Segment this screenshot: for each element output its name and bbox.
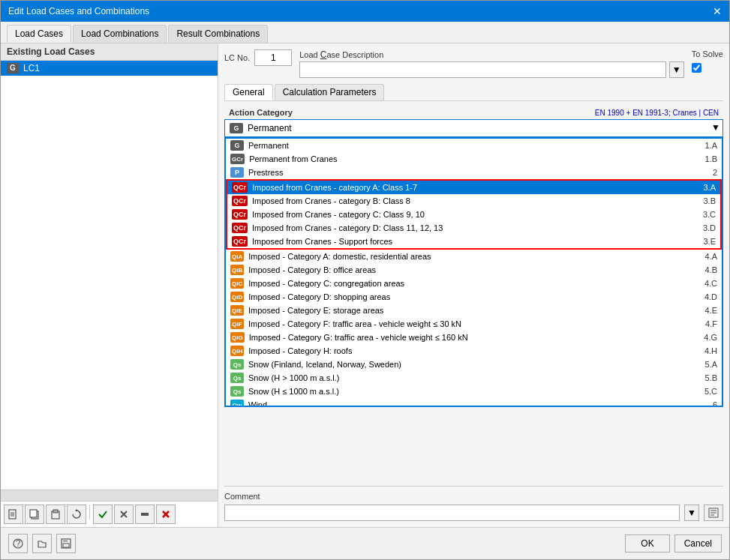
badge-qw: Qw xyxy=(230,400,244,407)
lc-no-label: LC No. xyxy=(224,53,250,62)
badge-gcr: GCr xyxy=(230,154,245,164)
drop-num: 4.B xyxy=(695,265,717,274)
window-title: Edit Load Cases and Combinations xyxy=(8,6,149,16)
drop-text: Imposed - Category B: office areas xyxy=(248,265,690,274)
tosolve-section: To Solve xyxy=(692,49,723,73)
badge-qs-a: Qs xyxy=(230,359,244,370)
comment-input[interactable] xyxy=(224,505,680,521)
drop-item-qi-b[interactable]: QiB Imposed - Category B: office areas 4… xyxy=(226,263,722,277)
tab-calculation-params[interactable]: Calculation Parameters xyxy=(275,84,385,100)
uncheck2-button[interactable] xyxy=(135,505,155,524)
drop-item-snow-b[interactable]: Qs Snow (H > 1000 m a.s.l.) 5.B xyxy=(226,371,722,385)
drop-text: Imposed - Category H: roofs xyxy=(248,346,690,355)
badge-qi-a: QiA xyxy=(230,251,244,262)
drop-text: Snow (H > 1000 m a.s.l.) xyxy=(248,373,690,382)
comment-dropdown-btn[interactable]: ▼ xyxy=(684,505,699,521)
drop-num: 4.H xyxy=(695,346,717,355)
badge-qi-f: QiF xyxy=(230,319,244,329)
drop-item-wind[interactable]: Qw Wind 6 xyxy=(226,398,722,407)
drop-num: 3.A xyxy=(693,183,716,192)
drop-item-qcr-b[interactable]: QCr Imposed from Cranes - category B: Cl… xyxy=(227,194,720,208)
drop-item-qi-e[interactable]: QiE Imposed - Category E: storage areas … xyxy=(226,304,722,317)
drop-num: 1.A xyxy=(695,141,717,150)
drop-item-permanent-cranes[interactable]: GCr Permanent from Cranes 1.B xyxy=(226,152,722,166)
bottom-left-buttons: ? xyxy=(8,534,76,553)
tab-result-combinations[interactable]: Result Combinations xyxy=(168,25,268,43)
tab-load-cases[interactable]: Load Cases xyxy=(7,25,71,43)
open-button[interactable] xyxy=(32,534,52,553)
drop-item-qcr-d[interactable]: QCr Imposed from Cranes - category D: Cl… xyxy=(227,221,720,235)
drop-num: 5.B xyxy=(695,373,717,382)
load-case-list: G LC1 xyxy=(1,61,218,490)
drop-text: Permanent from Cranes xyxy=(249,154,690,163)
dropdown-main-display[interactable]: G Permanent ▼ xyxy=(224,119,723,137)
new-lc-button[interactable] xyxy=(4,505,23,524)
drop-text: Imposed from Cranes - category B: Class … xyxy=(252,196,689,205)
ok-button[interactable]: OK xyxy=(625,535,669,553)
load-case-desc-input[interactable] xyxy=(299,61,666,78)
drop-text: Imposed - Category C: congregation areas xyxy=(248,279,690,288)
delete-button[interactable] xyxy=(156,505,176,524)
paste-lc-button[interactable] xyxy=(46,505,65,524)
drop-item-permanent[interactable]: G Permanent 1.A xyxy=(226,139,722,152)
drop-num: 5.A xyxy=(695,360,717,369)
comment-label: Comment xyxy=(224,492,260,501)
load-case-desc-label: Load Case Description xyxy=(299,49,684,60)
drop-item-snow-a[interactable]: Qs Snow (Finland, Iceland, Norway, Swede… xyxy=(226,358,722,371)
left-panel: Existing Load Cases G LC1 xyxy=(1,43,218,527)
desc-section: Load Case Description ▼ xyxy=(299,49,684,78)
svg-rect-22 xyxy=(63,544,69,547)
action-category-dropdown[interactable]: G Permanent ▼ G Permanent 1.A GCr Perman… xyxy=(224,119,723,407)
close-button[interactable]: ✕ xyxy=(713,5,722,17)
drop-item-qcr-e[interactable]: QCr Imposed from Cranes - Support forces… xyxy=(227,235,720,248)
drop-item-qi-c[interactable]: QiC Imposed - Category C: congregation a… xyxy=(226,277,722,290)
drop-item-qcr-c[interactable]: QCr Imposed from Cranes - category C: Cl… xyxy=(227,208,720,221)
drop-item-qi-g[interactable]: QiG Imposed - Category G: traffic area -… xyxy=(226,331,722,344)
right-panel: LC No. Load Case Description ▼ To Solve xyxy=(218,43,729,527)
save-button[interactable] xyxy=(56,534,76,553)
tab-general[interactable]: General xyxy=(224,84,273,100)
badge-qi-g: QiG xyxy=(230,332,245,343)
scroll-track[interactable] xyxy=(1,490,218,501)
drop-text: Permanent xyxy=(248,141,690,150)
uncheck-button[interactable] xyxy=(114,505,134,524)
drop-text: Imposed - Category E: storage areas xyxy=(248,306,690,315)
lc-badge: G xyxy=(7,63,19,73)
drop-item-qi-d[interactable]: QiD Imposed - Category D: shopping areas… xyxy=(226,290,722,304)
drop-text: Prestress xyxy=(248,168,690,177)
badge-qi-b: QiB xyxy=(230,265,244,275)
rotate-button[interactable] xyxy=(67,505,86,524)
bottom-bar: ? OK Cancel xyxy=(1,527,729,559)
drop-item-qi-f[interactable]: QiF Imposed - Category F: traffic area -… xyxy=(226,317,722,331)
main-content: Existing Load Cases G LC1 xyxy=(1,43,729,527)
drop-item-qi-h[interactable]: QiH Imposed - Category H: roofs 4.H xyxy=(226,344,722,358)
copy-lc-button[interactable] xyxy=(25,505,44,524)
tab-load-combinations[interactable]: Load Combinations xyxy=(73,25,167,43)
comment-action-btn[interactable] xyxy=(704,505,723,521)
drop-num: 2 xyxy=(695,168,717,177)
drop-text: Imposed from Cranes - category A: Class … xyxy=(252,183,689,192)
main-tabs: Load Cases Load Combinations Result Comb… xyxy=(1,22,729,43)
lc-section: LC No. xyxy=(224,49,292,66)
drop-num: 4.D xyxy=(695,292,717,301)
badge-qcr: QCr xyxy=(232,209,248,220)
drop-num: 4.G xyxy=(695,333,717,342)
check-button[interactable] xyxy=(93,505,113,524)
drop-item-qcr-a[interactable]: QCr Imposed from Cranes - category A: Cl… xyxy=(227,181,720,194)
drop-text: Imposed - Category F: traffic area - veh… xyxy=(248,319,690,328)
drop-item-prestress[interactable]: P Prestress 2 xyxy=(226,166,722,179)
dialog-buttons: OK Cancel xyxy=(625,535,722,553)
drop-item-qi-a[interactable]: QiA Imposed - Category A: domestic, resi… xyxy=(226,250,722,263)
lc-label: LC1 xyxy=(23,63,40,73)
desc-dropdown-btn[interactable]: ▼ xyxy=(669,61,684,78)
list-item[interactable]: G LC1 xyxy=(1,61,218,76)
lc-no-input[interactable] xyxy=(254,49,292,66)
badge-qcr: QCr xyxy=(232,196,248,206)
action-category-label: Action Category xyxy=(229,108,293,117)
drop-num: 6 xyxy=(695,400,717,407)
drop-item-snow-c[interactable]: Qs Snow (H ≤ 1000 m a.s.l.) 5.C xyxy=(226,385,722,398)
cancel-button[interactable]: Cancel xyxy=(674,535,722,553)
to-solve-checkbox[interactable] xyxy=(692,63,701,73)
badge-qcr: QCr xyxy=(232,236,248,247)
help-button[interactable]: ? xyxy=(8,534,28,553)
